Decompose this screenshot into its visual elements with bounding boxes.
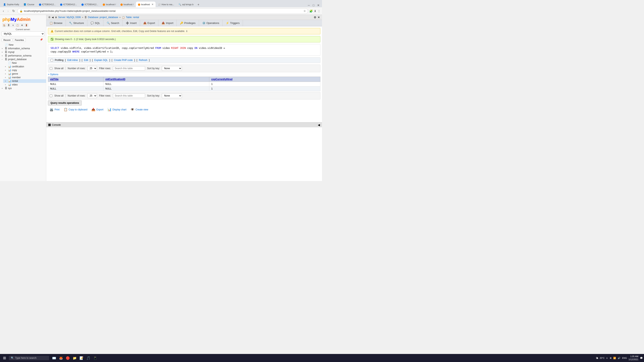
- sort-by-key-select-bottom[interactable]: None: [162, 93, 182, 98]
- tab-insert[interactable]: ➕ Insert: [122, 20, 140, 26]
- num-rows-select-top[interactable]: 25: [87, 66, 97, 71]
- profiling-checkbox[interactable]: [50, 59, 53, 61]
- tab-ictdbs3[interactable]: ⬤ ICTDBS412...: [79, 1, 100, 7]
- database-icon[interactable]: 🗄: [7, 23, 10, 27]
- tab-privileges[interactable]: 🔑 Privileges: [177, 20, 199, 26]
- menu-icon[interactable]: ⋮: [318, 9, 320, 13]
- minimize-button[interactable]: ─: [307, 3, 311, 7]
- close-button[interactable]: ✕: [316, 3, 321, 7]
- tab-operations[interactable]: ⚙️ Operations: [199, 20, 223, 26]
- tab-localhost-active[interactable]: ⬤ localhost ✕: [136, 1, 155, 7]
- create-view-action[interactable]: 👁️ Create view: [130, 108, 148, 111]
- sort-by-key-select-top[interactable]: None: [162, 66, 182, 71]
- tree-item-copy[interactable]: + 📊 copy: [3, 68, 46, 72]
- tab-sql[interactable]: 💬 SQL: [87, 20, 104, 26]
- col-copcurrentlyhired[interactable]: copCurrentlyHired: [209, 77, 320, 82]
- col-vidtitle[interactable]: vidTitle: [48, 77, 104, 82]
- edit-inline-link[interactable]: Edit inline: [68, 59, 78, 61]
- bookmark-icon[interactable]: ☆: [304, 9, 306, 12]
- tab-sql[interactable]: 🔍 sql brings b: [176, 1, 196, 7]
- tree-item-project-database[interactable]: − 🗄 project_database: [0, 57, 46, 61]
- breadcrumb-settings-icon[interactable]: ⚙: [48, 16, 50, 19]
- copy-clipboard-action[interactable]: 📋 Copy to clipboard: [64, 108, 87, 111]
- tab-label: sql brings b: [182, 3, 194, 6]
- tab-label: localhost: [141, 3, 150, 6]
- create-php-link[interactable]: Create PHP code: [114, 59, 132, 61]
- tree-item-rental[interactable]: + 📊 rental: [3, 79, 46, 83]
- favorites-button[interactable]: Favorites: [13, 38, 26, 42]
- exit-icon[interactable]: 🚪: [24, 23, 28, 27]
- table-cell: NULL: [103, 86, 209, 91]
- tab-search[interactable]: 🔍 Search: [104, 20, 122, 26]
- info-icon[interactable]: ℹ: [11, 23, 15, 27]
- tree-item-information-schema[interactable]: + 🗄 information_schema: [0, 47, 46, 50]
- tree-item-new-child[interactable]: 📄 New: [3, 61, 46, 65]
- tree-item-video[interactable]: + 📊 video: [3, 83, 46, 86]
- back-button[interactable]: ‹: [2, 9, 5, 13]
- home-icon[interactable]: 🏠: [2, 23, 6, 27]
- tab-sophie[interactable]: 👤 Sophie Kelly: [1, 1, 21, 7]
- tree-item-member[interactable]: + 📊 member: [3, 76, 46, 79]
- expand-icon: +: [5, 76, 7, 79]
- export-action[interactable]: 📤 Export: [91, 108, 104, 111]
- col-vidcertificationid[interactable]: vidCertificationID: [103, 77, 209, 82]
- download-icon[interactable]: ⬇: [314, 9, 316, 13]
- query-results-ops-button[interactable]: Query results operations: [48, 100, 82, 106]
- show-all-checkbox-top[interactable]: [50, 67, 52, 70]
- tab-close-icon[interactable]: ✕: [152, 3, 154, 6]
- tab-localhost2[interactable]: ⬤ localhost /: [118, 1, 136, 7]
- profiling-bracket-open: [: [65, 59, 66, 61]
- info-icon[interactable]: ℹ: [186, 30, 187, 32]
- filter-rows-input-top[interactable]: [113, 66, 145, 71]
- tree-item-performance-schema[interactable]: + 🗄 performance_schema: [0, 54, 46, 57]
- print-action[interactable]: 🖨️ Print: [50, 108, 60, 111]
- refresh-link[interactable]: Refresh: [139, 59, 147, 61]
- tab-export[interactable]: 📤 Export: [140, 20, 158, 26]
- new-icon: 📄: [5, 43, 8, 46]
- breadcrumb-fold-button[interactable]: ✕: [318, 16, 320, 19]
- tab-structure[interactable]: 🔧 Structure: [66, 20, 87, 26]
- reload-button[interactable]: ↻: [11, 9, 16, 13]
- breadcrumb-collapse-icon[interactable]: ◀: [52, 16, 54, 19]
- sql-cond1: video.vidVideoID =: [199, 47, 225, 49]
- filter-rows-input-bottom[interactable]: [113, 93, 145, 98]
- console-expand-button[interactable]: ◀: [318, 123, 320, 126]
- recent-button[interactable]: Recent: [2, 38, 12, 42]
- extensions-icon[interactable]: 🧩: [309, 9, 313, 13]
- tab-localhost1[interactable]: ⬤ localhost /: [100, 1, 118, 7]
- tab-import[interactable]: 📥 Import: [158, 20, 177, 26]
- tree-item-sys[interactable]: + 🗄 sys: [0, 86, 46, 90]
- show-all-checkbox-bottom[interactable]: [50, 94, 52, 97]
- explain-sql-link[interactable]: Explain SQL: [94, 59, 108, 61]
- success-icon: ✅: [50, 38, 54, 41]
- tab-browse[interactable]: 📋 Browse: [46, 20, 66, 26]
- settings-icon[interactable]: ⚙: [20, 23, 24, 27]
- tree-label-information-schema: information_schema: [8, 47, 30, 50]
- display-chart-action[interactable]: 📊 Display chart: [108, 108, 126, 111]
- tab-triggers[interactable]: ⚡ Triggers: [222, 20, 243, 26]
- num-rows-select-bottom[interactable]: 25: [87, 93, 97, 98]
- forward-button[interactable]: ›: [6, 9, 10, 13]
- copy-icon[interactable]: 📋: [16, 23, 19, 27]
- new-tab-button[interactable]: +: [196, 2, 201, 7]
- tab-course[interactable]: 📘 Course: [22, 1, 36, 7]
- tree-item-certification[interactable]: + 📊 certification: [3, 65, 46, 68]
- edit-link[interactable]: Edit: [84, 59, 88, 61]
- tree-item-genre[interactable]: + 📊 genre: [3, 72, 46, 76]
- tree-item-mysql[interactable]: + 🗄 mysql: [0, 50, 46, 54]
- pin-icon[interactable]: 📌: [38, 38, 44, 42]
- breadcrumb-table[interactable]: Table: rental: [126, 16, 139, 19]
- tab-ictdbs2[interactable]: ⬤ ICTDBS412...: [58, 1, 79, 7]
- options-link[interactable]: + Options: [48, 73, 320, 76]
- address-bar[interactable]: 🔒 localhost/phpmyadmin/index.php?route=/…: [17, 8, 308, 14]
- tab-ictdbs1[interactable]: ⬤ ICTDBS412...: [37, 1, 58, 7]
- breadcrumb-database[interactable]: Database: project_database: [88, 16, 118, 19]
- tree-item-new-root[interactable]: 📄 New: [0, 43, 46, 47]
- breadcrumb-server[interactable]: Server: MySQL:3306: [58, 16, 81, 19]
- breadcrumb-gear-button[interactable]: ⚙: [314, 16, 316, 19]
- console-label[interactable]: Console: [52, 123, 61, 126]
- maximize-button[interactable]: □: [312, 3, 316, 7]
- sql-where: WHERE: [72, 50, 80, 53]
- tab-howto[interactable]: 📰 How to rea...: [156, 1, 176, 7]
- server-select[interactable]: MySQL: [2, 31, 44, 36]
